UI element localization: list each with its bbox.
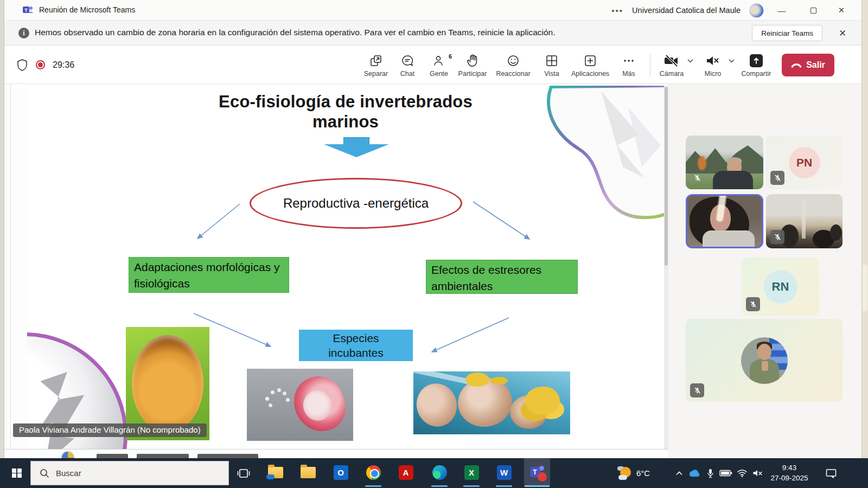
battery-tray-button[interactable] (718, 458, 733, 488)
onedrive-folder-icon (268, 467, 283, 478)
chrome-button[interactable] (360, 458, 386, 487)
taskbar-clock[interactable]: 9:43 27-09-2025 (767, 458, 812, 488)
raised-hand-icon (467, 53, 478, 67)
chat-icon (401, 53, 414, 67)
slide-title: Eco-fisiología de invertebrados marinos (188, 92, 503, 132)
running-indicator (525, 485, 550, 487)
popout-button[interactable]: Separar (360, 52, 392, 78)
outlook-button[interactable]: O (328, 458, 354, 487)
green-box-left: Adaptaciones morfológicas y fisiológicas (129, 257, 289, 293)
restart-teams-button[interactable]: Reiniciar Teams (752, 25, 822, 41)
word-button[interactable]: W (491, 458, 517, 487)
ellipse-node: Reproductiva -energética (250, 178, 462, 229)
react-button[interactable]: Reaccionar (490, 52, 536, 78)
background-window-edge (0, 0, 4, 458)
more-button[interactable]: Más (613, 52, 644, 78)
meeting-toolbar: 29:36 Separar Chat (4, 46, 861, 84)
avatar[interactable] (749, 3, 764, 18)
edge-button[interactable] (426, 458, 452, 487)
onedrive-tray-button[interactable] (687, 458, 702, 488)
outlook-icon: O (334, 465, 348, 480)
wifi-tray-button[interactable] (735, 458, 750, 488)
view-button[interactable]: Vista (536, 52, 567, 78)
camera-button[interactable]: Cámara (656, 52, 687, 78)
down-arrow-shape (324, 137, 389, 159)
info-icon: i (18, 28, 29, 38)
participant-initials: RN (764, 270, 797, 304)
active-speaker-video-tile[interactable] (686, 194, 763, 248)
close-button[interactable]: ✕ (829, 0, 854, 21)
more-options-icon[interactable]: ••• (611, 6, 623, 15)
desktop-scrollbar-strip (861, 0, 868, 458)
search-icon (40, 468, 49, 478)
participant-initials-tile[interactable]: PN (766, 136, 843, 189)
apps-plus-icon (584, 53, 597, 67)
blue-box-center: Especies incubantes (299, 330, 413, 361)
participant-photo-tile[interactable] (686, 319, 843, 402)
cloud-icon (688, 470, 700, 477)
apps-button[interactable]: Aplicaciones (567, 52, 613, 78)
toolbar-divider (650, 54, 650, 76)
smiley-icon (507, 53, 520, 67)
tray-chevron-button[interactable] (672, 458, 687, 488)
mic-muted-icon (746, 297, 760, 311)
weather-icon (617, 466, 631, 480)
meeting-status: 29:36 (16, 46, 74, 84)
windows-taskbar: Buscar O A X W (0, 458, 868, 488)
participant-video-tile[interactable] (686, 136, 763, 189)
action-center-button[interactable] (820, 458, 842, 488)
popout-icon (369, 53, 382, 67)
task-view-icon (237, 468, 250, 479)
green-box-right: Efectos de estresores ambientales (426, 260, 578, 294)
date: 27-09-2025 (770, 473, 808, 483)
window-title: Reunión de Microsoft Teams (39, 5, 135, 14)
participants-panel: PN RN (668, 84, 861, 458)
onedrive-folder-button[interactable] (263, 458, 289, 487)
background-window-strip (4, 449, 668, 458)
mic-muted-icon (770, 171, 784, 185)
participant-initials-tile[interactable]: RN (742, 258, 819, 316)
toolbar-buttons: Separar Chat 6 Gente (360, 46, 834, 84)
folder-icon (301, 467, 316, 478)
timezone-banner: i Hemos observado un cambio de zona hora… (4, 21, 861, 46)
leave-button[interactable]: Salir (782, 54, 834, 76)
people-button[interactable]: 6 Gente (423, 52, 455, 78)
teams-button[interactable]: T (524, 458, 550, 487)
minimize-button[interactable]: — (769, 0, 794, 21)
file-explorer-button[interactable] (295, 458, 321, 487)
classroom-video-tile[interactable] (766, 194, 843, 248)
acrobat-button[interactable]: A (393, 458, 419, 487)
notification-dot (538, 472, 547, 481)
audio-button[interactable]: Micro (697, 52, 729, 78)
banner-close-icon[interactable]: ✕ (834, 25, 851, 41)
camera-options-chevron[interactable] (684, 59, 696, 63)
shared-presentation-slide: Eco-fisiología de invertebrados marinos … (27, 86, 664, 449)
svg-text:T: T (24, 8, 28, 13)
account-name: Universidad Catolica del Maule (632, 6, 741, 15)
titlebar-right: ••• Universidad Catolica del Maule (611, 0, 764, 21)
share-icon (750, 53, 763, 67)
shield-icon (16, 59, 28, 72)
meeting-timer: 29:36 (53, 60, 74, 70)
taskbar-search-input[interactable]: Buscar (30, 461, 229, 485)
mic-muted-icon (690, 383, 704, 397)
participant-photo-avatar (741, 337, 788, 384)
raise-hand-button[interactable]: Participar (455, 52, 490, 78)
running-indicator (463, 485, 480, 487)
audio-options-chevron[interactable] (725, 59, 737, 63)
mic-tray-button[interactable] (703, 458, 718, 488)
volume-muted-tray-button[interactable] (750, 458, 765, 488)
mic-muted-icon (690, 171, 704, 185)
share-button[interactable]: Compartir (738, 52, 774, 78)
excel-button[interactable]: X (458, 458, 484, 487)
maximize-button[interactable] (801, 0, 826, 21)
slide-scrollbar[interactable] (664, 86, 668, 449)
running-indicator (496, 485, 512, 487)
taskbar-weather[interactable]: 6°C (617, 458, 650, 488)
chat-button[interactable]: Chat (392, 52, 423, 78)
title-bar: T Reunión de Microsoft Teams ••• Univers… (4, 0, 861, 21)
acrobat-icon: A (399, 465, 413, 480)
shared-window-edge (10, 84, 11, 449)
start-button[interactable] (5, 458, 28, 488)
task-view-button[interactable] (234, 458, 253, 488)
